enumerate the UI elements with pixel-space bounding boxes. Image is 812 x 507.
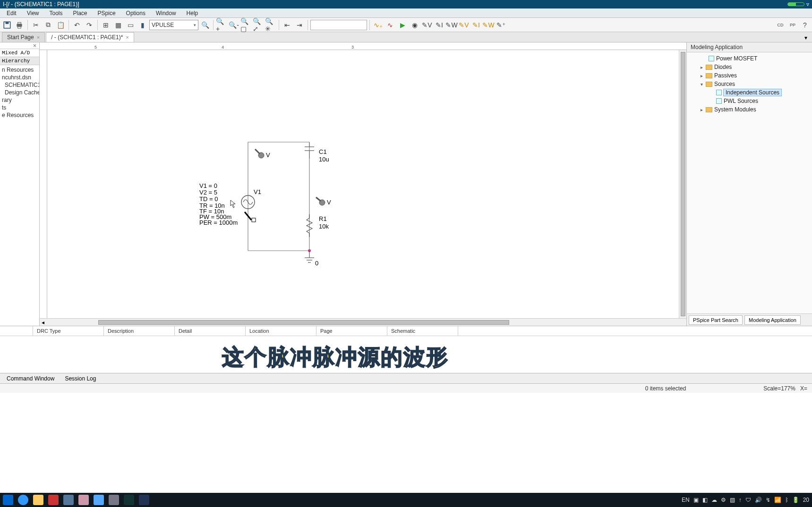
part-select-combo[interactable]: VPULSE ▾	[149, 20, 198, 30]
drc-col-blank[interactable]	[0, 326, 33, 336]
grid-icon[interactable]: ⊞	[100, 19, 111, 31]
close-icon[interactable]: ×	[126, 34, 128, 40]
undo-icon[interactable]: ↶	[71, 19, 83, 31]
area-icon[interactable]: ▭	[125, 19, 136, 31]
tree-item[interactable]: Design Cache	[1, 89, 38, 96]
left-panel-close-icon[interactable]: ×	[0, 42, 39, 49]
tab-overflow-icon[interactable]: ▾	[802, 34, 810, 42]
tray-icon[interactable]: 🛡	[745, 497, 751, 503]
tray-bluetooth-icon[interactable]: ᛒ	[785, 497, 788, 503]
tray-icon[interactable]: ▧	[730, 497, 735, 503]
taskbar-app-icon[interactable]	[139, 495, 149, 505]
paste-icon[interactable]: 📋	[55, 19, 66, 31]
marker-w2-icon[interactable]: ✎W	[483, 19, 494, 31]
help-icon[interactable]: ?	[799, 19, 811, 31]
tray-icon[interactable]: ◧	[702, 497, 708, 503]
snap-icon[interactable]: ▦	[112, 19, 124, 31]
taskbar-app-icon[interactable]	[94, 495, 104, 505]
taskbar-start-icon[interactable]	[3, 495, 13, 505]
tray-time[interactable]: 20	[803, 497, 809, 503]
search-icon[interactable]: 🔍	[199, 19, 211, 31]
taskbar-app-icon[interactable]	[18, 495, 28, 505]
tray-icon[interactable]: ☁	[711, 497, 717, 503]
menu-edit[interactable]: Edit	[2, 9, 21, 17]
tree-item[interactable]: SCHEMATIC1	[1, 81, 38, 89]
zoom-fit-icon[interactable]: 🔍⤢	[253, 19, 264, 31]
menu-view[interactable]: View	[22, 9, 44, 17]
tree-item[interactable]: ncuhrst.dsn	[1, 74, 38, 81]
scrollbar-horizontal[interactable]: ◂	[40, 318, 686, 326]
netlist-in-icon[interactable]: ⇤	[282, 19, 293, 31]
menu-tools[interactable]: Tools	[44, 9, 67, 17]
tab-start-page[interactable]: Start Page ×	[2, 32, 45, 42]
marker-v-icon[interactable]: ✎V	[421, 19, 433, 31]
ime-indicator[interactable]: EN	[682, 497, 690, 503]
taskbar-explorer-icon[interactable]	[33, 495, 43, 505]
tree-node-system-modules[interactable]: ▸System Modules	[689, 105, 810, 114]
menu-window[interactable]: Window	[151, 9, 181, 17]
netlist-out-icon[interactable]: ⇥	[294, 19, 305, 31]
tree-item[interactable]: ts	[1, 104, 38, 111]
tab-modeling-application[interactable]: Modeling Application	[744, 315, 801, 325]
marker-adv-icon[interactable]: ✎⁺	[495, 19, 506, 31]
fill-icon[interactable]: ▮	[137, 19, 148, 31]
menu-options[interactable]: Options	[121, 9, 150, 17]
drc-body[interactable]	[0, 336, 812, 372]
tab-pspice-part-search[interactable]: PSpice Part Search	[689, 315, 743, 325]
drc-col-schematic[interactable]: Schematic	[387, 326, 458, 336]
drc-col-detail[interactable]: Detail	[175, 326, 246, 336]
tray-icon[interactable]: ↯	[766, 497, 770, 503]
copy-icon[interactable]: ⧉	[43, 19, 54, 31]
sim-profile-icon[interactable]: ∿₊	[372, 19, 384, 31]
zoom-in-icon[interactable]: 🔍+	[216, 19, 227, 31]
menu-help[interactable]: Help	[182, 9, 203, 17]
tree-node-sources[interactable]: ▾Sources	[689, 80, 810, 88]
taskbar-app-icon[interactable]	[78, 495, 89, 505]
menu-place[interactable]: Place	[68, 9, 92, 17]
drc-col-page[interactable]: Page	[316, 326, 387, 336]
system-tray[interactable]: EN ▣ ◧ ☁ ⚙ ▧ ↑ 🛡 🔊 ↯ 📶 ᛒ 🔋 20	[682, 497, 809, 503]
pp-icon[interactable]: PP	[787, 19, 798, 31]
marker-i2-icon[interactable]: ✎I	[470, 19, 482, 31]
tab-command-window[interactable]: Command Window	[2, 374, 59, 383]
find-combo[interactable]	[310, 20, 367, 30]
zoom-selection-icon[interactable]: 🔍✳	[265, 19, 276, 31]
model-tree[interactable]: Power MOSFET ▸Diodes ▸Passives ▾Sources …	[687, 52, 812, 313]
drc-col-type[interactable]: DRC Type	[33, 326, 104, 336]
project-tree[interactable]: n Resources ncuhrst.dsn SCHEMATIC1 Desig…	[0, 65, 39, 326]
tree-item[interactable]: e Resources	[1, 111, 38, 119]
tree-node-power-mosfet[interactable]: Power MOSFET	[689, 54, 810, 63]
tray-icon[interactable]: ▣	[693, 497, 699, 503]
marker-w-icon[interactable]: ✎W	[446, 19, 457, 31]
tree-node-passives[interactable]: ▸Passives	[689, 71, 810, 80]
view-results-icon[interactable]: ◉	[409, 19, 420, 31]
tray-icon[interactable]: 🔊	[755, 497, 762, 503]
tree-item[interactable]: rary	[1, 96, 38, 104]
taskbar-app-icon[interactable]	[109, 495, 119, 505]
drc-col-location[interactable]: Location	[246, 326, 316, 336]
tray-icon[interactable]: ⚙	[721, 497, 726, 503]
schematic-canvas[interactable]: V1 V1 = 0 V2 = 5 TD = 0 TR = 10n TF = 10…	[47, 50, 679, 318]
save-icon[interactable]	[1, 19, 13, 31]
print-icon[interactable]	[14, 19, 25, 31]
tab-session-log[interactable]: Session Log	[60, 374, 101, 383]
tray-icon[interactable]: ↑	[739, 497, 742, 503]
run-icon[interactable]: ▶	[397, 19, 408, 31]
marker-i-icon[interactable]: ✎I	[434, 19, 445, 31]
redo-icon[interactable]: ↷	[84, 19, 95, 31]
tree-node-pwl-sources[interactable]: PWL Sources	[689, 97, 810, 105]
drc-col-description[interactable]: Description	[104, 326, 175, 336]
tree-node-diodes[interactable]: ▸Diodes	[689, 63, 810, 71]
taskbar-app-icon[interactable]	[63, 495, 74, 505]
tray-battery-icon[interactable]: 🔋	[792, 497, 799, 503]
tree-node-independent-sources[interactable]: Independent Sources	[689, 88, 810, 97]
sim-edit-icon[interactable]: ∿	[385, 19, 396, 31]
zoom-area-icon[interactable]: 🔍▢	[240, 19, 252, 31]
titlebar-menu-icon[interactable]: ▿	[806, 1, 809, 8]
taskbar-app-icon[interactable]	[48, 495, 59, 505]
taskbar-app-icon[interactable]	[124, 495, 134, 505]
zoom-out-icon[interactable]: 🔍-	[228, 19, 239, 31]
tab-page1[interactable]: / - (SCHEMATIC1 : PAGE1)* ×	[46, 32, 134, 42]
menu-pspice[interactable]: PSpice	[93, 9, 120, 17]
marker-v2-icon[interactable]: ✎V	[458, 19, 470, 31]
